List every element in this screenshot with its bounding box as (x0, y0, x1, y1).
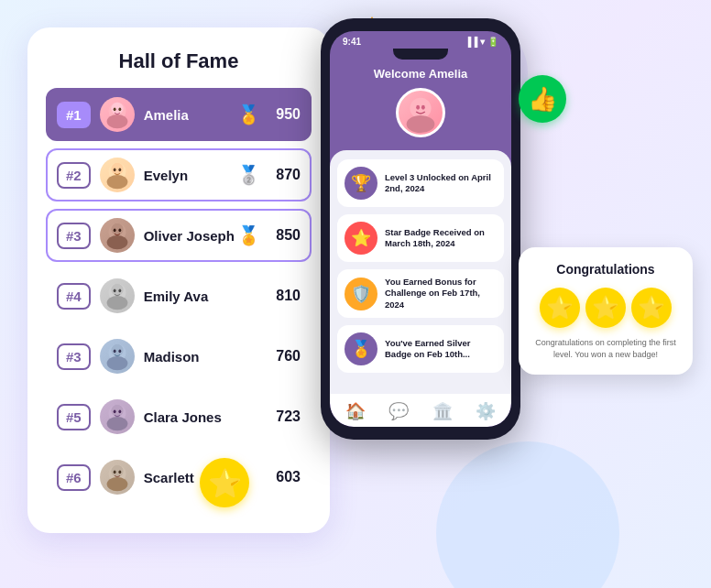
phone-time: 9:41 (343, 37, 361, 47)
svg-point-38 (407, 115, 435, 133)
activity-text-3: You Earned Bonus for Challenge on Feb 17… (385, 277, 497, 310)
activity-emoji-4: 🏅 (351, 339, 371, 359)
hof-row-2[interactable]: #2 Evelyn 🥈 870 (46, 148, 312, 201)
svg-point-3 (118, 107, 121, 111)
hof-rank-2: #2 (57, 162, 91, 189)
nav-trophy-icon[interactable]: 🏛️ (432, 401, 453, 421)
thumbsup-badge: 👍 (519, 75, 566, 123)
hof-score-1: 950 (268, 106, 301, 123)
congrats-message: Congratulations on completing the first … (533, 337, 678, 360)
hof-name-3: Oliver Joseph (144, 228, 237, 244)
svg-point-34 (106, 477, 127, 491)
svg-point-11 (111, 223, 123, 235)
svg-point-28 (118, 409, 121, 413)
phone-notch (393, 49, 448, 60)
svg-point-36 (416, 105, 420, 110)
phone-welcome-text: Welcome Amelia (374, 67, 468, 81)
nav-home-icon[interactable]: 🏠 (345, 401, 366, 421)
hof-avatar-5 (100, 339, 135, 374)
bg-decoration-1 (436, 441, 619, 588)
hof-avatar-2 (100, 158, 135, 192)
svg-point-4 (106, 114, 127, 128)
svg-point-6 (111, 163, 123, 175)
activity-icon-4: 🏅 (345, 332, 377, 365)
hof-row-5[interactable]: #3 Madison 760 (46, 330, 312, 383)
hof-avatar-4 (100, 278, 135, 313)
hof-score-2: 870 (268, 167, 301, 183)
svg-point-31 (111, 465, 123, 477)
svg-point-32 (113, 470, 115, 474)
phone-activity-item-4[interactable]: 🏅 You've Earned Silver Badge on Feb 10th… (337, 325, 504, 373)
congrats-star-1: ⭐ (540, 288, 580, 328)
phone-status-bar: 9:41 ▐▐ ▾ 🔋 (330, 31, 511, 49)
svg-point-18 (118, 289, 121, 292)
hof-name-1: Amelia (144, 107, 237, 123)
hof-score-5: 760 (268, 348, 301, 365)
thumbsup-icon: 👍 (528, 85, 557, 114)
svg-point-29 (106, 417, 127, 430)
activity-text-4: You've Earned Silver Badge on Feb 10th..… (385, 338, 497, 361)
svg-point-19 (106, 296, 127, 310)
svg-point-2 (113, 107, 115, 111)
svg-point-37 (421, 105, 425, 110)
hof-avatar-3 (100, 218, 135, 253)
hof-avatar-1 (100, 97, 135, 132)
congrats-stars: ⭐ ⭐ ⭐ (533, 288, 678, 328)
svg-point-24 (106, 356, 127, 370)
svg-point-9 (106, 175, 127, 189)
hof-medal-1: 🏅 (237, 103, 260, 125)
svg-point-7 (113, 168, 115, 171)
hof-row-4[interactable]: #4 Emily Ava 810 (46, 269, 312, 322)
activity-text-2: Star Badge Received on March 18th, 2024 (385, 227, 497, 250)
svg-point-12 (113, 228, 115, 232)
hall-of-fame-card: Hall of Fame #1 Amelia 🏅 950 #2 Evelyn 🥈… (27, 27, 330, 533)
phone-activity-item-3[interactable]: 🛡️ You Earned Bonus for Challenge on Feb… (337, 269, 504, 318)
svg-point-22 (113, 349, 115, 353)
hof-row-1[interactable]: #1 Amelia 🏅 950 (46, 88, 312, 141)
hof-rank-4: #4 (57, 283, 91, 310)
activity-icon-2: ⭐ (345, 222, 377, 255)
svg-point-8 (118, 168, 121, 171)
hof-medal-3: 🏅 (237, 224, 260, 246)
hof-rank-1: #1 (57, 102, 91, 128)
phone-screen: 9:41 ▐▐ ▾ 🔋 Welcome Amelia 🏆 Level 3 Unl… (330, 31, 511, 427)
svg-point-33 (118, 470, 121, 474)
hof-score-6: 723 (268, 408, 301, 425)
hof-medal-2: 🥈 (237, 164, 260, 186)
phone-header: Welcome Amelia (330, 60, 511, 150)
hof-score-3: 850 (268, 227, 301, 244)
hof-score-4: 810 (268, 288, 301, 304)
phone-mockup: 9:41 ▐▐ ▾ 🔋 Welcome Amelia 🏆 Level 3 Unl… (321, 18, 520, 440)
hof-avatar-6 (100, 399, 135, 434)
congrats-star-2: ⭐ (585, 288, 626, 328)
hof-rank-5: #3 (57, 343, 91, 370)
phone-activity-item-2[interactable]: ⭐ Star Badge Received on March 18th, 202… (337, 214, 504, 262)
phone-content: 🏆 Level 3 Unlocked on April 2nd, 2024 ⭐ … (330, 150, 511, 394)
nav-chat-icon[interactable]: 💬 (388, 401, 409, 421)
nav-settings-icon[interactable]: ⚙️ (476, 401, 496, 421)
activity-emoji-3: 🛡️ (351, 284, 371, 304)
hof-row-3[interactable]: #3 Oliver Joseph 🏅 850 (46, 209, 312, 262)
hof-title: Hall of Fame (46, 49, 312, 73)
congrats-card: Congratulations ⭐ ⭐ ⭐ Congratulations on… (519, 247, 693, 375)
svg-point-21 (111, 344, 123, 356)
phone-bottom-nav: 🏠 💬 🏛️ ⚙️ (330, 394, 511, 427)
hof-name-5: Madison (144, 349, 268, 365)
hof-name-4: Emily Ava (144, 289, 268, 304)
svg-point-1 (111, 103, 123, 114)
congrats-star-3: ⭐ (631, 288, 672, 328)
star-decoration: ⭐ (200, 458, 249, 507)
hof-name-6: Clara Jones (144, 409, 268, 425)
hof-name-2: Evelyn (144, 168, 237, 183)
hof-rank-6: #5 (57, 404, 91, 430)
phone-user-avatar (396, 88, 445, 137)
svg-point-17 (113, 289, 115, 292)
svg-point-27 (113, 409, 115, 413)
activity-emoji-2: ⭐ (351, 228, 371, 248)
hof-row-7[interactable]: #6 Scarlett 603 (46, 451, 312, 504)
svg-point-26 (111, 405, 123, 417)
phone-activity-item-1[interactable]: 🏆 Level 3 Unlocked on April 2nd, 2024 (337, 159, 504, 207)
hof-row-6[interactable]: #5 Clara Jones 723 (46, 390, 312, 443)
svg-point-23 (118, 349, 121, 353)
hof-rank-3: #3 (57, 223, 91, 249)
